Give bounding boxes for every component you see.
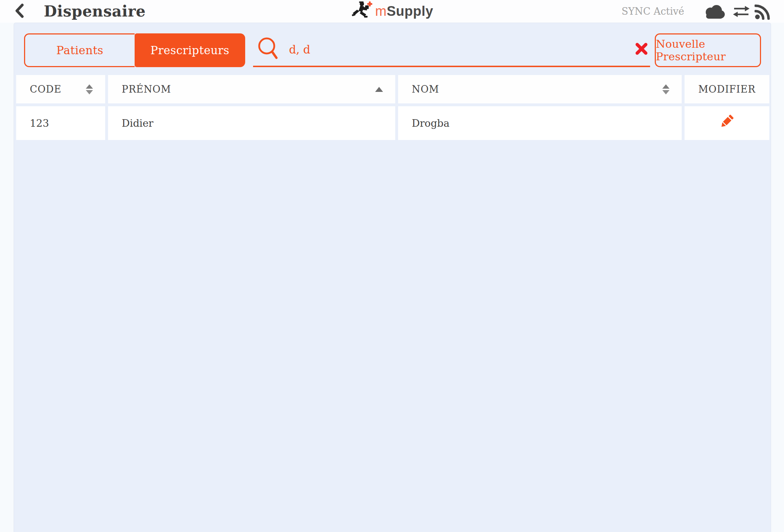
table-header: CODE PRÉNOM NOM MODIFIER — [16, 75, 769, 103]
chevron-left-icon — [15, 4, 24, 19]
runner-logo-icon — [351, 1, 373, 22]
sort-icon — [662, 84, 669, 94]
column-header-code[interactable]: CODE — [16, 75, 105, 103]
sync-status-area[interactable]: SYNC Activé — [621, 0, 771, 23]
column-header-nom[interactable]: NOM — [398, 75, 682, 103]
column-label: NOM — [412, 84, 439, 95]
logo-text: mSupply — [375, 4, 433, 19]
search-icon — [257, 37, 280, 62]
top-bar: Dispensaire — [0, 0, 784, 23]
column-label: PRÉNOM — [122, 84, 171, 95]
table-row: 123 Didier Drogba — [16, 106, 769, 140]
search-bar — [253, 33, 650, 67]
column-header-prenom[interactable]: PRÉNOM — [108, 75, 395, 103]
x-cross-icon — [635, 42, 648, 57]
cell-nom: Drogba — [398, 106, 682, 140]
logo-text-supply: Supply — [387, 4, 433, 19]
page-title: Dispensaire — [44, 0, 146, 23]
tab-toggle: Patients Prescripteurs — [24, 33, 245, 67]
sort-ascending-icon — [375, 87, 383, 92]
cell-prenom: Didier — [108, 106, 395, 140]
sort-icon — [86, 84, 93, 94]
cloud-icon — [703, 4, 725, 19]
search-input[interactable] — [289, 39, 634, 60]
cell-code: 123 — [16, 106, 105, 140]
logo-text-m: m — [375, 4, 387, 19]
column-label: MODIFIER — [698, 84, 756, 95]
column-label: CODE — [30, 84, 61, 95]
edit-row-button[interactable] — [719, 114, 735, 133]
new-prescriber-button[interactable]: Nouvelle Prescripteur — [655, 33, 761, 67]
dispensary-panel: Patients Prescripteurs Nouvelle Prescrip… — [14, 23, 771, 532]
table-body: 123 Didier Drogba — [16, 106, 769, 140]
column-header-modifier: MODIFIER — [685, 75, 769, 103]
sync-status-label: SYNC Activé — [621, 6, 684, 17]
tab-prescripteurs[interactable]: Prescripteurs — [135, 33, 245, 67]
prescribers-table: CODE PRÉNOM NOM MODIFIER 123 Didie — [16, 75, 769, 140]
pencil-icon — [719, 114, 735, 133]
wireless-rss-icon — [755, 3, 771, 20]
tab-patients[interactable]: Patients — [24, 33, 135, 67]
clear-search-button[interactable] — [634, 42, 649, 57]
sync-arrows-icon — [733, 5, 750, 18]
back-button[interactable] — [12, 4, 27, 19]
cell-modifier — [685, 106, 769, 140]
msupply-logo: mSupply — [351, 0, 433, 23]
